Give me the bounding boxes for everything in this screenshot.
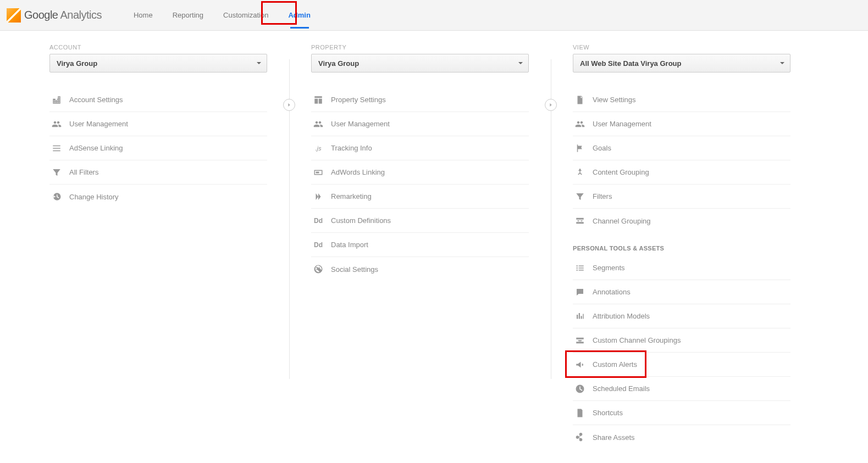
funnel-icon — [52, 168, 62, 177]
funnel-icon — [575, 192, 585, 202]
menu-account: Account Settings User Management AdSense… — [49, 88, 267, 209]
column-divider-1 — [267, 44, 311, 379]
nav-admin[interactable]: Admin — [278, 0, 320, 30]
menu-label: Data Import — [331, 241, 368, 249]
menu-channel-grouping[interactable]: Channel Grouping — [573, 209, 790, 233]
document-icon — [575, 95, 585, 105]
chevron-down-icon — [257, 62, 261, 64]
label-personal-tools: PERSONAL TOOLS & ASSETS — [573, 245, 790, 252]
nav-customization[interactable]: Customization — [213, 0, 278, 30]
speech-bubble-icon — [575, 287, 585, 297]
menu-label: User Management — [593, 120, 651, 128]
menu-label: Filters — [593, 192, 612, 200]
menu-data-import[interactable]: Dd Data Import — [311, 233, 529, 257]
menu-custom-channel-groupings[interactable]: Custom Channel Groupings — [573, 328, 790, 353]
menu-annotations[interactable]: Annotations — [573, 280, 790, 304]
share-icon — [575, 432, 585, 442]
menu-adsense-linking[interactable]: AdSense Linking — [49, 136, 267, 160]
label-account: ACCOUNT — [49, 44, 267, 51]
menu-label: All Filters — [69, 168, 98, 176]
menu-label: Custom Channel Groupings — [593, 336, 681, 344]
menu-label: Custom Alerts — [593, 360, 637, 369]
history-icon — [52, 192, 62, 202]
menu-label: Tracking Info — [331, 144, 372, 152]
menu-label: Share Assets — [593, 433, 635, 442]
building-icon — [52, 95, 62, 105]
menu-account-users[interactable]: User Management — [49, 112, 267, 136]
remarketing-icon — [313, 192, 323, 202]
menu-custom-definitions[interactable]: Dd Custom Definitions — [311, 209, 529, 233]
chevron-down-icon — [518, 62, 523, 64]
menu-remarketing[interactable]: Remarketing — [311, 185, 529, 209]
dropdown-account[interactable]: Virya Group — [49, 54, 267, 72]
menu-attribution-models[interactable]: Attribution Models — [573, 304, 790, 328]
dropdown-property-value: Virya Group — [318, 59, 359, 68]
arrow-right-button[interactable] — [545, 99, 557, 111]
menu-label: Shortcuts — [593, 409, 623, 417]
menu-adwords-linking[interactable]: AdWords Linking — [311, 160, 529, 185]
people-icon — [575, 119, 585, 129]
menu-tracking-info[interactable]: .js Tracking Info — [311, 136, 529, 160]
dropdown-view[interactable]: All Web Site Data Virya Group — [573, 54, 790, 72]
menu-label: Goals — [593, 144, 611, 152]
menu-label: Change History — [69, 193, 119, 201]
nav-reporting[interactable]: Reporting — [163, 0, 213, 30]
menu-property: Property Settings User Management .js Tr… — [311, 88, 529, 281]
menu-label: Account Settings — [69, 96, 123, 104]
menu-share-assets[interactable]: Share Assets — [573, 425, 790, 449]
people-icon — [52, 119, 62, 129]
dropdown-account-value: Virya Group — [57, 59, 97, 68]
globe-icon — [313, 264, 323, 274]
menu-label: Channel Grouping — [593, 217, 651, 225]
menu-label: AdSense Linking — [69, 144, 123, 152]
megaphone-icon — [575, 360, 585, 370]
menu-social-settings[interactable]: Social Settings — [311, 257, 529, 281]
menu-all-filters[interactable]: All Filters — [49, 160, 267, 185]
column-divider-2 — [529, 44, 573, 379]
menu-label: Scheduled Emails — [593, 384, 650, 393]
menu-label: Remarketing — [331, 192, 372, 200]
column-property: PROPERTY Virya Group Property Settings U… — [311, 44, 529, 449]
menu-view-personal: Segments Annotations Attribution Models … — [573, 256, 790, 449]
menu-label: AdWords Linking — [331, 168, 385, 176]
dropdown-view-value: All Web Site Data Virya Group — [580, 59, 681, 68]
arrow-right-button[interactable] — [283, 99, 295, 111]
logo[interactable]: Google Analytics — [7, 8, 102, 23]
chevron-down-icon — [780, 62, 784, 64]
menu-property-settings[interactable]: Property Settings — [311, 88, 529, 112]
js-icon: .js — [313, 143, 323, 153]
menu-label: Attribution Models — [593, 312, 650, 320]
menu-label: User Management — [69, 120, 128, 128]
menu-view-filters[interactable]: Filters — [573, 185, 790, 209]
menu-goals[interactable]: Goals — [573, 136, 790, 160]
menu-label: View Settings — [593, 96, 636, 104]
label-property: PROPERTY — [311, 44, 529, 51]
menu-change-history[interactable]: Change History — [49, 185, 267, 209]
label-view: VIEW — [573, 44, 790, 51]
dropdown-property[interactable]: Virya Group — [311, 54, 529, 72]
segments-icon — [575, 263, 585, 273]
analytics-logo-icon — [7, 8, 21, 23]
channel-icon — [575, 216, 585, 226]
clock-icon — [575, 384, 585, 394]
menu-custom-alerts[interactable]: Custom Alerts — [573, 353, 790, 377]
dd-icon: Dd — [313, 240, 323, 250]
content-grouping-icon — [575, 168, 585, 177]
dd-icon: Dd — [313, 216, 323, 226]
menu-scheduled-emails[interactable]: Scheduled Emails — [573, 377, 790, 401]
menu-view-users[interactable]: User Management — [573, 112, 790, 136]
menu-segments[interactable]: Segments — [573, 256, 790, 280]
topbar: Google Analytics Home Reporting Customiz… — [0, 0, 868, 31]
menu-shortcuts[interactable]: Shortcuts — [573, 401, 790, 425]
people-icon — [313, 119, 323, 129]
menu-account-settings[interactable]: Account Settings — [49, 88, 267, 112]
layout-icon — [313, 95, 323, 105]
nav-home[interactable]: Home — [124, 0, 163, 30]
menu-view-settings[interactable]: View Settings — [573, 88, 790, 112]
menu-label: Content Grouping — [593, 168, 649, 176]
menu-property-users[interactable]: User Management — [311, 112, 529, 136]
menu-label: Segments — [593, 264, 625, 272]
bar-chart-icon — [575, 311, 585, 321]
flag-icon — [575, 143, 585, 153]
menu-content-grouping[interactable]: Content Grouping — [573, 160, 790, 185]
